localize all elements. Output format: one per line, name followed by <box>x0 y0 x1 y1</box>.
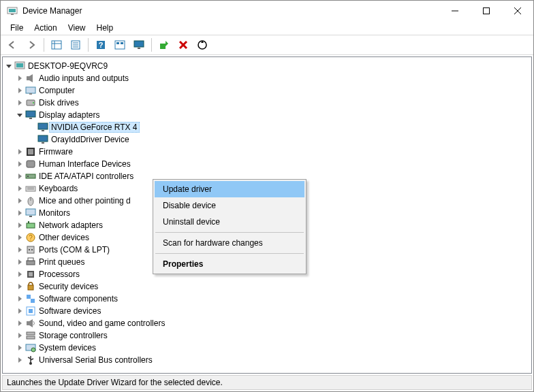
tree-node[interactable]: System devices <box>3 342 531 354</box>
app-icon <box>6 5 18 16</box>
menu-view[interactable]: View <box>63 22 91 34</box>
forward-button[interactable] <box>22 37 40 53</box>
tree-node-label: Keyboards <box>37 183 80 194</box>
menu-help[interactable]: Help <box>91 22 119 34</box>
expander-icon[interactable] <box>4 61 14 71</box>
display-child-icon <box>37 122 49 133</box>
monitor-button[interactable] <box>130 37 148 53</box>
svg-point-56 <box>31 249 33 250</box>
device-tree[interactable]: DESKTOP-9EQVRC9Audio inputs and outputsC… <box>2 56 532 374</box>
scan-button[interactable] <box>193 37 211 53</box>
tree-node[interactable]: Display adapters <box>3 109 531 121</box>
expander-icon[interactable] <box>15 74 25 83</box>
svg-rect-4 <box>484 8 490 14</box>
expander-icon[interactable] <box>15 282 25 291</box>
disk-icon <box>25 97 37 108</box>
menu-action[interactable]: Action <box>29 22 62 34</box>
back-button[interactable] <box>3 37 21 53</box>
expander-icon[interactable] <box>15 159 25 169</box>
tree-node[interactable]: Firmware <box>3 146 531 158</box>
expander-icon[interactable] <box>15 331 25 340</box>
ctx-uninstall-device[interactable]: Uninstall device <box>155 214 304 230</box>
expander-icon[interactable] <box>15 270 25 279</box>
properties-button[interactable] <box>67 37 84 53</box>
expander-icon[interactable] <box>15 86 25 95</box>
svg-rect-36 <box>38 135 48 142</box>
tree-node-label: Print queues <box>37 257 87 267</box>
show-hidden-button[interactable] <box>48 37 65 53</box>
expander-icon[interactable] <box>15 318 25 328</box>
expander-icon[interactable] <box>15 172 25 181</box>
svg-rect-67 <box>27 332 35 335</box>
minimize-button[interactable] <box>439 1 471 21</box>
tree-node[interactable]: Human Interface Devices <box>3 158 531 170</box>
tree-node[interactable]: Software devices <box>3 305 531 317</box>
tree-node-label: Mice and other pointing d <box>37 195 133 206</box>
expander-icon[interactable] <box>15 98 25 108</box>
tree-node[interactable]: OrayIddDriver Device <box>3 133 531 146</box>
tree-node[interactable]: Security devices <box>3 280 531 293</box>
expander-icon[interactable] <box>15 294 25 304</box>
tree-node[interactable]: Disk drives <box>3 97 531 109</box>
status-text: Launches the Update Driver Wizard for th… <box>7 378 223 387</box>
svg-rect-48 <box>26 209 35 215</box>
expander-icon[interactable] <box>15 355 25 365</box>
svg-rect-33 <box>29 118 32 119</box>
svg-rect-58 <box>28 258 33 261</box>
tree-node[interactable]: Sound, video and game controllers <box>3 317 531 329</box>
expander-icon[interactable] <box>15 110 25 120</box>
tree-node-label: Network adapters <box>37 220 105 231</box>
print-icon <box>25 257 37 267</box>
toolbar-separator <box>151 38 152 52</box>
tree-node[interactable]: NVIDIA GeForce RTX 4 <box>3 121 531 133</box>
monitor-tree-icon <box>25 208 37 218</box>
root-button[interactable] <box>111 37 129 53</box>
uninstall-button[interactable] <box>174 37 192 53</box>
expander-icon <box>27 135 37 144</box>
ctx-properties[interactable]: Properties <box>155 256 304 272</box>
svg-rect-26 <box>16 63 23 67</box>
svg-rect-40 <box>27 161 35 167</box>
maximize-button[interactable] <box>471 1 502 21</box>
display-child-icon <box>37 134 49 145</box>
help-button[interactable]: ? <box>92 37 110 53</box>
expander-icon[interactable] <box>15 233 25 242</box>
expander-icon[interactable] <box>15 196 25 206</box>
toolbar-separator <box>88 38 89 52</box>
svg-rect-65 <box>29 309 33 313</box>
window-title: Device Manager <box>22 6 82 16</box>
expander-icon[interactable] <box>15 220 25 230</box>
menu-file[interactable]: File <box>5 22 29 34</box>
expander-icon[interactable] <box>15 245 25 255</box>
update-driver-button[interactable] <box>155 37 173 53</box>
svg-rect-37 <box>42 142 44 144</box>
svg-rect-57 <box>27 261 35 265</box>
svg-rect-20 <box>138 48 140 49</box>
tree-node-label: Universal Serial Bus controllers <box>37 355 155 365</box>
ctx-disable-device[interactable]: Disable device <box>155 197 304 214</box>
expander-icon[interactable] <box>15 147 25 157</box>
computer-icon <box>14 61 26 71</box>
svg-rect-16 <box>115 41 125 49</box>
tree-node[interactable]: Storage controllers <box>3 329 531 342</box>
expander-icon[interactable] <box>15 208 25 218</box>
svg-rect-66 <box>27 321 29 325</box>
tree-node[interactable]: Audio inputs and outputs <box>3 72 531 84</box>
ctx-scan-hardware[interactable]: Scan for hardware changes <box>155 235 304 251</box>
storage-icon <box>25 330 37 341</box>
ctx-update-driver[interactable]: Update driver <box>155 181 304 197</box>
close-button[interactable] <box>502 1 533 21</box>
tree-node-label: Monitors <box>37 208 72 218</box>
tree-node[interactable]: Software components <box>3 293 531 305</box>
tree-node[interactable]: Computer <box>3 84 531 97</box>
svg-rect-54 <box>27 246 34 253</box>
expander-icon[interactable] <box>15 184 25 193</box>
ctx-separator <box>155 253 304 254</box>
expander-icon[interactable] <box>15 306 25 316</box>
tree-root[interactable]: DESKTOP-9EQVRC9 <box>3 60 531 72</box>
tree-node-label: Other devices <box>37 232 91 243</box>
tree-node[interactable]: Universal Serial Bus controllers <box>3 354 531 366</box>
expander-icon[interactable] <box>15 257 25 267</box>
expander-icon[interactable] <box>15 343 25 353</box>
svg-rect-51 <box>28 221 29 223</box>
